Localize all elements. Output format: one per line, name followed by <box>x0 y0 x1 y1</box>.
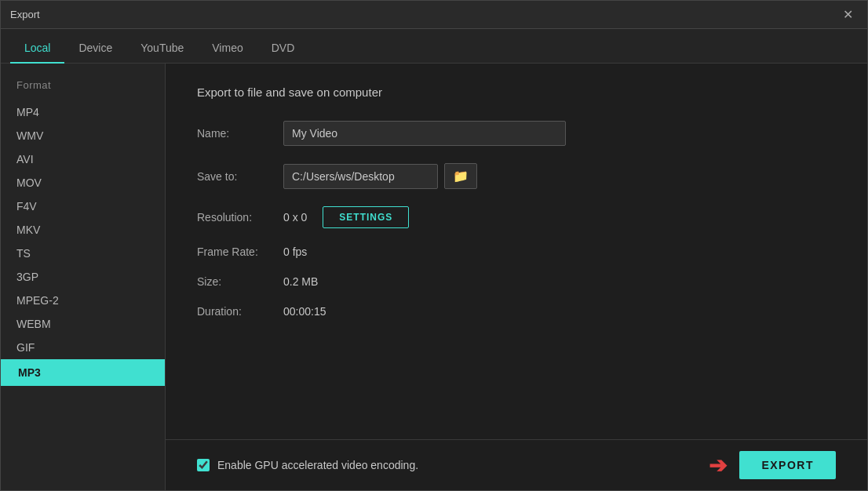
name-row: Name: <box>197 121 836 146</box>
duration-label: Duration: <box>197 305 283 318</box>
frame-rate-row: Frame Rate: 0 fps <box>197 246 836 258</box>
sidebar-item-mkv[interactable]: MKV <box>1 218 165 242</box>
resolution-row: Resolution: 0 x 0 SETTINGS <box>197 206 836 228</box>
export-area: ➔ EXPORT <box>709 451 836 479</box>
content-area: Format MP4 WMV AVI MOV F4V MKV TS 3GP MP… <box>1 64 867 490</box>
resolution-label: Resolution: <box>197 211 283 224</box>
sidebar-item-gif[interactable]: GIF <box>1 336 165 359</box>
frame-rate-value: 0 fps <box>283 246 307 258</box>
size-value: 0.2 MB <box>283 275 318 288</box>
title-bar: Export ✕ <box>1 1 867 29</box>
resolution-area: 0 x 0 SETTINGS <box>283 206 409 228</box>
bottom-bar: Enable GPU accelerated video encoding. ➔… <box>166 439 867 490</box>
window-title: Export <box>10 9 40 20</box>
tab-bar: Local Device YouTube Vimeo DVD <box>1 29 867 64</box>
sidebar-item-avi[interactable]: AVI <box>1 147 165 171</box>
duration-row: Duration: 00:00:15 <box>197 305 836 318</box>
sidebar-item-mp3[interactable]: MP3 <box>1 359 165 386</box>
browse-folder-button[interactable]: 📁 <box>444 163 477 189</box>
save-to-row: Save to: 📁 <box>197 163 836 189</box>
main-content: Export to file and save on computer Name… <box>166 64 867 490</box>
duration-value: 00:00:15 <box>283 305 326 318</box>
gpu-checkbox[interactable] <box>197 459 210 471</box>
save-to-label: Save to: <box>197 170 283 183</box>
sidebar-item-wmv[interactable]: WMV <box>1 124 165 147</box>
sidebar-header: Format <box>1 76 165 100</box>
save-to-input[interactable] <box>283 164 438 189</box>
sidebar-item-mov[interactable]: MOV <box>1 171 165 195</box>
tab-vimeo[interactable]: Vimeo <box>198 34 257 64</box>
size-row: Size: 0.2 MB <box>197 275 836 288</box>
name-input[interactable] <box>283 121 566 146</box>
frame-rate-label: Frame Rate: <box>197 246 283 258</box>
tab-youtube[interactable]: YouTube <box>126 34 198 64</box>
sidebar-item-mpeg2[interactable]: MPEG-2 <box>1 289 165 312</box>
save-to-input-area: 📁 <box>283 163 477 189</box>
panel-title: Export to file and save on computer <box>197 85 836 99</box>
sidebar-item-ts[interactable]: TS <box>1 242 165 265</box>
tab-device[interactable]: Device <box>64 34 126 64</box>
sidebar-item-webm[interactable]: WEBM <box>1 312 165 336</box>
export-arrow-icon: ➔ <box>709 453 727 478</box>
gpu-label: Enable GPU accelerated video encoding. <box>217 459 418 471</box>
tab-dvd[interactable]: DVD <box>257 34 309 64</box>
gpu-checkbox-row: Enable GPU accelerated video encoding. <box>197 459 418 471</box>
settings-button[interactable]: SETTINGS <box>323 206 409 228</box>
resolution-value: 0 x 0 <box>283 211 307 224</box>
export-window: Export ✕ Local Device YouTube Vimeo DVD … <box>0 0 868 491</box>
name-label: Name: <box>197 127 283 140</box>
sidebar: Format MP4 WMV AVI MOV F4V MKV TS 3GP MP… <box>1 64 166 490</box>
size-label: Size: <box>197 275 283 288</box>
export-button[interactable]: EXPORT <box>739 451 836 479</box>
close-button[interactable]: ✕ <box>838 7 858 23</box>
main-panel: Export to file and save on computer Name… <box>166 64 867 439</box>
sidebar-item-f4v[interactable]: F4V <box>1 195 165 218</box>
sidebar-item-3gp[interactable]: 3GP <box>1 265 165 289</box>
tab-local[interactable]: Local <box>10 34 64 64</box>
sidebar-item-mp4[interactable]: MP4 <box>1 100 165 124</box>
